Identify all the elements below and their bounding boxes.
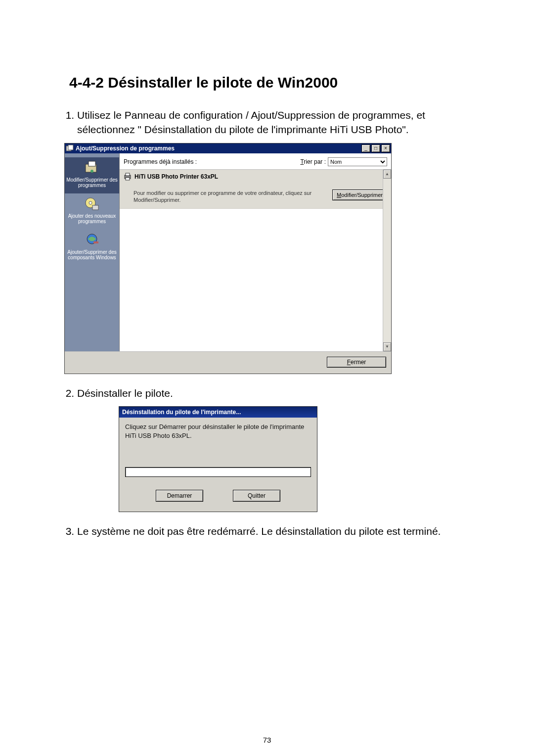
sidebar-item-windows-components[interactable]: Ajouter/Supprimer des composants Windows — [65, 230, 119, 266]
start-button[interactable]: Demarrer — [156, 490, 203, 502]
svg-rect-1 — [68, 145, 73, 150]
page-number: 73 — [0, 736, 534, 744]
step-3: Le système ne doit pas être redémarré. L… — [77, 524, 475, 538]
sidebar-item-label: Ajouter des nouveaux programmes — [68, 213, 116, 225]
minimize-button[interactable]: _ — [361, 144, 370, 152]
program-name: HiTi USB Photo Printer 63xPL — [134, 173, 218, 180]
sort-by-label: Trier par : — [300, 158, 326, 165]
section-heading: 4-4-2 Désinstaller le pilote de Win2000 — [69, 74, 475, 91]
uninstall-dialog: Désinstallation du pilote de l'imprimant… — [119, 406, 317, 512]
window-titlebar[interactable]: Ajout/Suppression de programmes _ □ × — [65, 143, 391, 153]
scrollbar[interactable]: ▲ ▼ — [383, 170, 391, 351]
step-1: Utilisez le Panneau de configuration / A… — [77, 108, 475, 137]
svg-rect-7 — [92, 205, 98, 210]
dialog-title[interactable]: Désinstallation du pilote de l'imprimant… — [119, 407, 317, 418]
globe-icon — [84, 233, 100, 247]
sidebar-item-label: Modifier/Supprimer des programmes — [66, 177, 117, 189]
progress-bar — [125, 467, 311, 477]
sidebar: Modifier/Supprimer des programmes Ajoute… — [65, 153, 119, 351]
printer-icon — [124, 173, 132, 181]
maximize-button[interactable]: □ — [371, 144, 380, 152]
svg-point-6 — [89, 201, 92, 204]
scroll-up-icon[interactable]: ▲ — [383, 170, 391, 179]
sort-by-select[interactable]: Nom — [328, 157, 387, 166]
step-2: Désinstaller le pilote. — [77, 386, 475, 400]
svg-rect-11 — [126, 173, 130, 176]
quit-button[interactable]: Quitter — [233, 490, 280, 502]
program-description: Pour modifier ou supprimer ce programme … — [124, 189, 332, 204]
scroll-down-icon[interactable]: ▼ — [383, 342, 391, 351]
svg-rect-9 — [93, 241, 98, 243]
close-button[interactable]: Fermer — [327, 357, 386, 368]
installed-programs-label: Programmes déjà installés : — [124, 158, 197, 165]
svg-point-4 — [90, 170, 93, 173]
svg-rect-3 — [89, 161, 95, 166]
disc-icon — [84, 196, 100, 211]
add-remove-programs-window: Ajout/Suppression de programmes _ □ × Mo… — [64, 143, 392, 374]
app-icon — [66, 144, 74, 152]
close-icon[interactable]: × — [381, 144, 390, 152]
sidebar-item-label: Ajouter/Supprimer des composants Windows — [67, 249, 117, 261]
window-title: Ajout/Suppression de programmes — [76, 145, 361, 152]
dialog-body-text: Cliquez sur Démarrer pour désinstaller l… — [119, 418, 317, 467]
box-icon — [84, 160, 100, 175]
sidebar-item-add-new[interactable]: Ajouter des nouveaux programmes — [65, 193, 119, 230]
svg-rect-12 — [126, 178, 130, 180]
sidebar-item-change-remove[interactable]: Modifier/Supprimer des programmes — [65, 157, 119, 193]
modify-remove-button[interactable]: Modifier/Supprimer — [332, 189, 387, 200]
program-row[interactable]: HiTi USB Photo Printer 63xPL Pour modifi… — [120, 170, 391, 209]
